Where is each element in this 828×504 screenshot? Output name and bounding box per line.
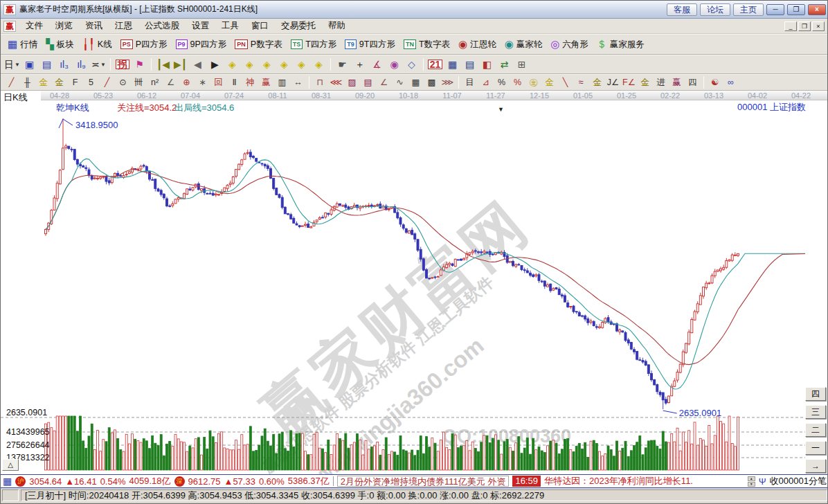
menu-8[interactable]: 交易委托 — [275, 19, 322, 33]
menu-3[interactable]: 江恩 — [109, 19, 138, 33]
forum-button[interactable]: 论坛 — [700, 3, 730, 16]
tool-zoom-in[interactable]: ◈ — [310, 57, 327, 72]
close-button[interactable]: × — [808, 4, 826, 15]
tool-p-number-table[interactable]: PNP数字表 — [231, 37, 286, 52]
tool-hexagon[interactable]: ◎六角形 — [546, 37, 593, 52]
tool-gold-circle[interactable]: ㊎ — [525, 76, 541, 89]
tool-width-arrows[interactable]: ↔ — [290, 76, 306, 89]
tool-gann-wheel[interactable]: ◉江恩轮 — [454, 37, 501, 52]
tool-grid-box-1[interactable]: ▦ — [408, 76, 424, 89]
news-headline-2[interactable]: 华特达因：2023年净利润同比增长11. — [544, 475, 744, 487]
tool-ruler-123[interactable]: ▥ — [274, 76, 290, 89]
tool-hand-tool[interactable]: ☛ — [334, 57, 351, 72]
volume-expand-button[interactable]: △ — [2, 459, 19, 471]
tool-star-grid[interactable]: ∗ — [195, 76, 210, 89]
maximize-button[interactable]: ❐ — [787, 4, 805, 15]
menu-7[interactable]: 窗口 — [245, 19, 275, 33]
tool-jump-last[interactable]: ▶┃ — [172, 57, 189, 72]
tool-p-square[interactable]: PSP四方形 — [116, 37, 172, 52]
tool-f-angle[interactable]: F∠ — [621, 76, 637, 89]
menu-9[interactable]: 帮助 — [322, 19, 352, 33]
tool-brush-tool[interactable]: ╱ — [99, 76, 115, 89]
menu-0[interactable]: 文件 — [19, 19, 49, 33]
tool-fan-lines[interactable]: ⋘ — [328, 76, 344, 89]
tool-kline[interactable]: ╽╿K线 — [78, 37, 116, 52]
tool-jump-first[interactable]: ┃◀ — [154, 57, 172, 72]
minimize-button[interactable]: ─ — [766, 4, 784, 15]
tool-gann-flower[interactable]: ◉ — [386, 57, 403, 72]
tool-zigzag-line[interactable]: ∿ — [392, 76, 408, 89]
pane-button-4[interactable]: → — [805, 459, 826, 473]
chart-canvas[interactable]: 2635.09014134399652756266441378133223418… — [1, 91, 828, 474]
tool-ying-line[interactable]: 赢 — [669, 76, 685, 89]
tool-wave-tool[interactable]: ≈ — [573, 76, 589, 89]
tool-gold-angle[interactable]: 金 — [637, 76, 653, 89]
tool-five-grid[interactable]: 5 — [83, 76, 99, 89]
tool-circle-grid[interactable]: ⊙ — [115, 76, 131, 89]
pane-button-2[interactable]: 二 — [805, 423, 826, 437]
tool-calculator[interactable]: ▦ — [444, 57, 461, 72]
tool-f-grid[interactable]: F — [67, 76, 83, 89]
tool-speed-line[interactable]: 进 — [653, 76, 669, 89]
tool-t-number-table[interactable]: TNT数字表 — [399, 37, 454, 52]
tool-yinyang[interactable]: ☯ — [707, 76, 723, 89]
tick-detail-label[interactable]: 收000001分笔 — [770, 475, 827, 487]
pane-button-0[interactable]: 四 — [805, 387, 826, 401]
tool-t-square[interactable]: TST四方形 — [287, 37, 341, 52]
quote-grid-icon[interactable]: ▦ — [3, 476, 12, 487]
tool-period-day[interactable]: 日▼ — [3, 57, 21, 72]
tool-9p-square[interactable]: P99P四方形 — [172, 37, 231, 52]
mdi-close-button[interactable]: × — [812, 21, 825, 31]
tool-shen-grid[interactable]: 神 — [242, 76, 258, 89]
tool-gann-grid[interactable]: ╫ — [19, 76, 35, 89]
tool-grid-box-2[interactable]: ▩ — [424, 76, 440, 89]
tool-sectors[interactable]: ▚板块 — [42, 37, 78, 52]
menu-2[interactable]: 资讯 — [79, 19, 109, 33]
tool-infinity[interactable]: ∞ — [723, 76, 739, 89]
tool-step-forward[interactable]: ▶ — [206, 57, 224, 72]
tool-bars-3[interactable]: ıl₃ — [55, 57, 73, 72]
tool-gann-map[interactable]: ◇ — [403, 57, 420, 72]
tool-si-shape[interactable]: 四 — [685, 76, 701, 89]
mdi-minimize-button[interactable]: _ — [784, 21, 797, 31]
news-headline-1[interactable]: 2月份外资净增持境内债券111亿美元 外资 — [337, 476, 510, 487]
tool-pencil-tool[interactable]: ╱ — [3, 76, 19, 89]
tool-ying-grid[interactable]: 赢 — [258, 76, 274, 89]
tool-ink-brush[interactable]: ╲ — [557, 76, 573, 89]
tool-percent[interactable]: % — [494, 76, 510, 89]
tool-step-back[interactable]: ◀ — [189, 57, 206, 72]
tool-candle-style[interactable]: ≍▼ — [90, 57, 107, 72]
tool-gold-grid-2[interactable]: 金 — [51, 76, 67, 89]
tool-pan-right[interactable]: ◈ — [241, 57, 258, 72]
tool-pan-left[interactable]: ◈ — [224, 57, 241, 72]
tool-zoom-out-h[interactable]: ◈ — [258, 57, 276, 72]
tool-quote-list[interactable]: ▤ — [38, 57, 55, 72]
tool-line-box[interactable]: ▤ — [360, 76, 376, 89]
tool-j-angle[interactable]: J∠ — [605, 76, 621, 89]
menu-1[interactable]: 浏览 — [49, 19, 79, 33]
tool-angle-lines[interactable]: ∠ — [376, 76, 392, 89]
tool-box-tool[interactable]: ⊓ — [312, 76, 328, 89]
tool-quotes[interactable]: ▦行情 — [3, 37, 42, 52]
tool-notebook[interactable]: ▤ — [461, 57, 478, 72]
tool-angle-a[interactable]: ∠ — [163, 76, 179, 89]
home-button[interactable]: 主页 — [733, 3, 764, 16]
menu-5[interactable]: 设置 — [186, 19, 215, 33]
pane-button-1[interactable]: 三 — [805, 405, 826, 419]
tool-ruler-grid[interactable]: 卌 — [131, 76, 147, 89]
tool-angle-tool[interactable]: ∡ — [368, 57, 386, 72]
pane-button-3[interactable]: 一 — [805, 441, 826, 455]
tool-winner-service[interactable]: ＄赢家服务 — [593, 37, 649, 52]
mdi-restore-button[interactable]: ❐ — [798, 21, 811, 31]
tool-calendar[interactable]: 21 — [426, 57, 444, 72]
tool-chart-window[interactable]: ▣ — [21, 57, 38, 72]
menu-6[interactable]: 工具 — [215, 19, 245, 33]
tool-color-flag[interactable]: ⚑ — [131, 57, 148, 72]
tool-shade-box[interactable]: ▨ — [344, 76, 360, 89]
tool-bar-marker[interactable]: Ⅱ — [226, 76, 242, 89]
tool-percent-line[interactable]: % — [510, 76, 525, 89]
news-scroll-spinner[interactable]: ▲▼ — [748, 476, 755, 487]
tool-price-bars[interactable]: 目 — [462, 76, 478, 89]
tool-save[interactable]: ◧ — [478, 57, 496, 72]
tool-winner-wheel[interactable]: ◉赢家轮 — [501, 37, 547, 52]
